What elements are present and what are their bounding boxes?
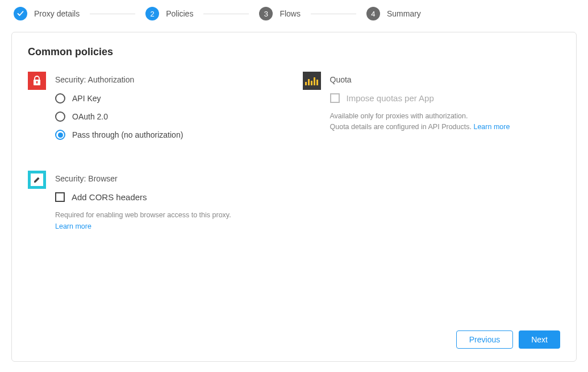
policy-title: Security: Browser — [55, 174, 286, 183]
step-summary[interactable]: 4 Summary — [366, 7, 421, 20]
radio-label: API Key — [72, 94, 101, 103]
edit-icon — [28, 171, 46, 189]
step-divider — [311, 14, 356, 14]
radio-oauth[interactable]: OAuth 2.0 — [55, 111, 286, 122]
step-flows[interactable]: 3 Flows — [259, 7, 301, 20]
step-divider — [90, 14, 135, 14]
wizard-stepper: Proxy details 2 Policies 3 Flows 4 Summa… — [11, 7, 577, 20]
next-button[interactable]: Next — [519, 330, 560, 349]
learn-more-link[interactable]: Learn more — [55, 222, 91, 230]
svg-rect-2 — [36, 82, 37, 84]
step-number: 4 — [366, 7, 380, 20]
check-icon — [14, 7, 27, 20]
radio-api-key[interactable]: API Key — [55, 93, 286, 104]
help-line: Available only for proxies with authoriz… — [330, 112, 468, 120]
step-label: Summary — [387, 9, 421, 18]
step-divider — [203, 14, 249, 14]
step-number: 2 — [145, 7, 159, 20]
help-line: Quota details are configured in API Prod… — [330, 123, 474, 131]
step-label: Policies — [166, 9, 193, 18]
lock-icon — [28, 72, 46, 90]
learn-more-link[interactable]: Learn more — [473, 123, 510, 131]
help-text: Available only for proxies with authoriz… — [330, 111, 561, 133]
bar-chart-icon — [303, 72, 321, 90]
policy-title: Security: Authorization — [55, 75, 286, 84]
step-number: 3 — [259, 7, 273, 20]
step-proxy-details[interactable]: Proxy details — [14, 7, 80, 20]
radio-pass-through[interactable]: Pass through (no authorization) — [55, 130, 286, 140]
checkbox-quota: Impose quotas per App — [330, 93, 561, 103]
radio-label: Pass through (no authorization) — [72, 130, 183, 139]
policy-title: Quota — [330, 75, 561, 84]
checkbox-label: Impose quotas per App — [347, 93, 434, 103]
step-label: Flows — [280, 9, 301, 18]
checkbox-icon — [330, 93, 340, 103]
checkbox-cors[interactable]: Add CORS headers — [55, 192, 286, 202]
checkbox-label: Add CORS headers — [72, 192, 147, 202]
previous-button[interactable]: Previous — [456, 330, 513, 349]
help-text: Required for enabling web browser access… — [55, 210, 286, 221]
wizard-footer: Previous Next — [456, 330, 560, 349]
radio-icon — [55, 130, 65, 140]
radio-icon — [55, 111, 65, 122]
radio-icon — [55, 93, 65, 104]
step-policies[interactable]: 2 Policies — [145, 7, 193, 20]
radio-label: OAuth 2.0 — [72, 112, 108, 121]
security-authorization-block: Security: Authorization API Key OAuth 2.… — [28, 72, 286, 148]
policies-card: Common policies Security: Authorization … — [11, 32, 577, 362]
card-title: Common policies — [28, 46, 560, 58]
quota-block: Quota Impose quotas per App Available on… — [303, 72, 561, 133]
step-label: Proxy details — [34, 9, 80, 18]
checkbox-icon — [55, 192, 65, 202]
security-browser-block: Security: Browser Add CORS headers Requi… — [28, 171, 286, 231]
